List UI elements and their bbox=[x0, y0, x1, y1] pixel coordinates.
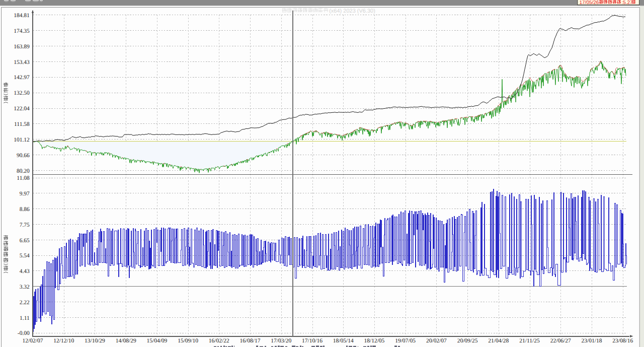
svg-text:132.50: 132.50 bbox=[14, 90, 30, 96]
svg-text:18/05/14: 18/05/14 bbox=[333, 338, 354, 344]
svg-text:8.86: 8.86 bbox=[20, 206, 30, 213]
svg-text:122.04: 122.04 bbox=[14, 106, 30, 112]
svg-text:22/06/27: 22/06/27 bbox=[550, 338, 571, 344]
svg-text:14/08/29: 14/08/29 bbox=[116, 338, 136, 344]
svg-text:12/12/10: 12/12/10 bbox=[53, 338, 74, 344]
svg-text:17/03/20: 17/03/20 bbox=[271, 338, 291, 344]
svg-text:21/04/28: 21/04/28 bbox=[488, 338, 509, 344]
svg-text:174.35: 174.35 bbox=[14, 28, 30, 34]
svg-text:4.43: 4.43 bbox=[20, 268, 30, 274]
svg-text:3.32: 3.32 bbox=[20, 284, 30, 290]
svg-text:23/08/16: 23/08/16 bbox=[612, 338, 633, 344]
svg-text:12/02/07: 12/02/07 bbox=[23, 338, 43, 344]
svg-text:19/07/05: 19/07/05 bbox=[395, 338, 416, 344]
svg-text:163.89: 163.89 bbox=[14, 44, 30, 50]
svg-text:16/08/17: 16/08/17 bbox=[240, 338, 261, 344]
svg-text:9.97: 9.97 bbox=[20, 191, 30, 197]
svg-text:80.20: 80.20 bbox=[17, 168, 30, 174]
svg-text:21/11/25: 21/11/25 bbox=[519, 338, 540, 344]
svg-text:17/05/26: 17/05/26 bbox=[580, 0, 599, 6]
svg-text:17/10/16: 17/10/16 bbox=[302, 338, 323, 344]
svg-text:111.58: 111.58 bbox=[14, 121, 30, 127]
svg-text::5.27: :5.27 bbox=[621, 0, 633, 6]
svg-text:90.66: 90.66 bbox=[17, 153, 30, 159]
svg-text:5.54: 5.54 bbox=[20, 253, 30, 259]
svg-text:(x64) 2023 (V6.30): (x64) 2023 (V6.30) bbox=[329, 8, 375, 14]
svg-text:101.12: 101.12 bbox=[14, 137, 30, 143]
svg-text:15/04/09: 15/04/09 bbox=[146, 338, 167, 344]
svg-text:-0.00: -0.00 bbox=[18, 330, 30, 336]
svg-text:6.65: 6.65 bbox=[20, 238, 30, 244]
svg-text:2.22: 2.22 bbox=[20, 300, 30, 306]
svg-text:15/09/10: 15/09/10 bbox=[178, 338, 198, 344]
svg-text:16/02/22: 16/02/22 bbox=[209, 338, 229, 344]
svg-text:11.08: 11.08 bbox=[17, 175, 30, 181]
svg-text:1.11: 1.11 bbox=[20, 315, 30, 321]
svg-text:7.75: 7.75 bbox=[20, 222, 30, 228]
svg-text:13/10/29: 13/10/29 bbox=[85, 338, 105, 344]
svg-text:18/12/05: 18/12/05 bbox=[364, 338, 384, 344]
svg-text:20/09/25: 20/09/25 bbox=[457, 338, 478, 344]
svg-text:23/01/18: 23/01/18 bbox=[582, 338, 602, 344]
svg-text:20/02/07: 20/02/07 bbox=[426, 338, 447, 344]
svg-text:184.81: 184.81 bbox=[14, 13, 30, 19]
svg-text:142.97: 142.97 bbox=[14, 75, 30, 81]
svg-text:153.43: 153.43 bbox=[14, 59, 30, 65]
